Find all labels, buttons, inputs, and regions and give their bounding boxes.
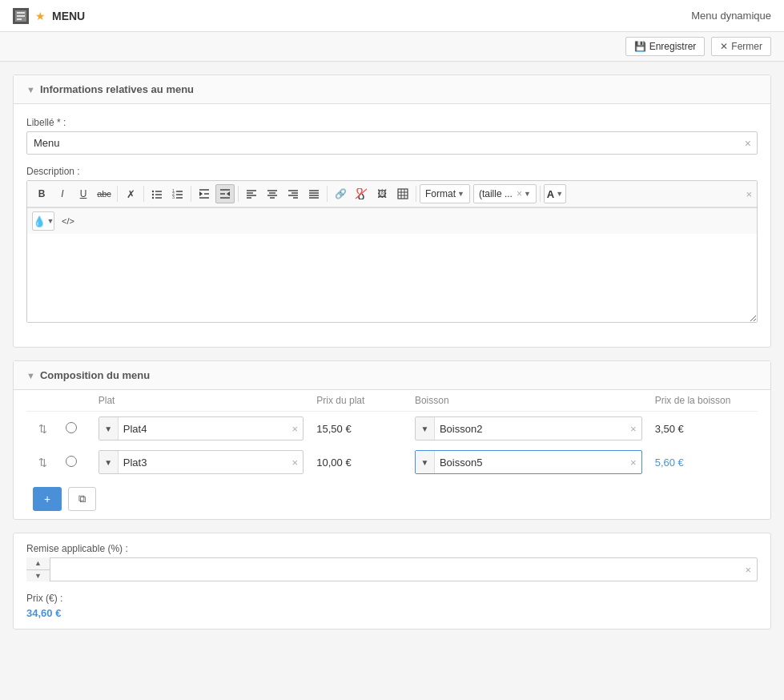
copy-icon: ⧉ bbox=[78, 493, 86, 505]
bg-color-button[interactable]: 💧 ▼ bbox=[32, 211, 54, 231]
remise-clear[interactable]: × bbox=[745, 564, 751, 576]
prix-group: Prix (€) : 34,60 € bbox=[26, 593, 758, 619]
list-ul-button[interactable] bbox=[147, 184, 167, 203]
prix-value: 34,60 € bbox=[26, 607, 61, 619]
save-label: Enregistrer bbox=[649, 41, 697, 52]
description-label: Description : bbox=[26, 166, 758, 177]
sort-handle-2[interactable]: ⇅ bbox=[26, 445, 59, 479]
composition-toggle[interactable]: ▼ bbox=[26, 371, 35, 380]
plat-clear-2[interactable]: × bbox=[287, 457, 303, 469]
libelle-input[interactable] bbox=[26, 131, 758, 155]
sep5 bbox=[327, 186, 328, 202]
svg-marker-17 bbox=[227, 191, 230, 196]
sep1 bbox=[117, 186, 118, 202]
info-section-body: Libellé * : × Description : B I U abc bbox=[14, 104, 770, 347]
composition-section: ▼ Composition du menu Plat Prix du plat … bbox=[13, 360, 771, 520]
boisson-clear-2[interactable]: × bbox=[625, 457, 641, 469]
remise-section: Remise applicable (%) : ▲ ▼ × Prix (€) :… bbox=[13, 533, 771, 630]
col-plat-header: Plat bbox=[92, 390, 311, 412]
add-row-buttons: + ⧉ bbox=[26, 479, 758, 519]
remise-input[interactable] bbox=[26, 557, 758, 581]
list-ol-button[interactable]: 1.2.3. bbox=[168, 184, 187, 203]
editor-second-toolbar: 💧 ▼ </> bbox=[27, 207, 757, 234]
eraser-button[interactable]: ✗ bbox=[121, 184, 140, 203]
prix-boisson-1: 3,50 € bbox=[649, 412, 758, 446]
plat-caret-2[interactable]: ▼ bbox=[99, 451, 119, 473]
italic-button[interactable]: I bbox=[53, 184, 72, 203]
image-button[interactable]: 🖼 bbox=[372, 184, 392, 203]
table-row: ⇅ ▼ Plat3 × 10, bbox=[26, 445, 758, 479]
plat-dropdown-1[interactable]: ▼ Plat4 × bbox=[99, 416, 304, 441]
water-drop-icon: 💧 bbox=[33, 215, 46, 227]
outdent-button[interactable] bbox=[195, 184, 214, 203]
add-icon: + bbox=[44, 493, 50, 505]
close-button[interactable]: ✕ Fermer bbox=[711, 37, 771, 56]
header-subtitle: Menu dynamique bbox=[691, 10, 771, 22]
top-toolbar: 💾 Enregistrer ✕ Fermer bbox=[0, 32, 784, 62]
libelle-clear-icon[interactable]: × bbox=[745, 137, 751, 150]
plat-clear-1[interactable]: × bbox=[287, 423, 303, 435]
editor-toolbar-close[interactable]: × bbox=[746, 188, 752, 200]
close-label: Fermer bbox=[731, 41, 762, 52]
libelle-input-wrapper: × bbox=[26, 131, 758, 155]
row-radio-2[interactable] bbox=[66, 456, 77, 467]
font-color-caret: ▼ bbox=[556, 190, 563, 198]
boisson-dropdown-1[interactable]: ▼ Boisson2 × bbox=[415, 416, 642, 441]
prix-plat-1: 15,50 € bbox=[310, 412, 408, 446]
align-justify-button[interactable] bbox=[304, 184, 324, 203]
sep2 bbox=[143, 186, 144, 202]
align-left-button[interactable] bbox=[242, 184, 261, 203]
link-button[interactable]: 🔗 bbox=[331, 184, 350, 203]
svg-point-1 bbox=[152, 191, 154, 192]
align-center-button[interactable] bbox=[263, 184, 282, 203]
prix-label: Prix (€) : bbox=[26, 593, 758, 604]
format-label: Format bbox=[425, 188, 456, 199]
taille-clear[interactable]: × bbox=[517, 188, 522, 199]
source-button[interactable]: </> bbox=[58, 211, 78, 231]
bold-button[interactable]: B bbox=[32, 184, 51, 203]
taille-label: (taille ... bbox=[479, 188, 513, 199]
plat-dropdown-2[interactable]: ▼ Plat3 × bbox=[99, 450, 304, 474]
unlink-button[interactable] bbox=[352, 184, 371, 203]
indent-button[interactable] bbox=[215, 184, 235, 203]
underline-button[interactable]: U bbox=[74, 184, 93, 203]
plat-select-1: ▼ Plat4 × bbox=[92, 412, 311, 446]
table-button[interactable] bbox=[393, 184, 412, 203]
font-color-button[interactable]: A ▼ bbox=[544, 184, 566, 203]
info-toggle[interactable]: ▼ bbox=[26, 85, 35, 95]
info-section-title: Informations relatives au menu bbox=[40, 83, 194, 95]
header-left: ★ MENU bbox=[13, 8, 85, 24]
boisson-dropdown-2[interactable]: ▼ Boisson5 × bbox=[415, 450, 642, 474]
plat-caret-1[interactable]: ▼ bbox=[99, 417, 119, 440]
sort-handle-1[interactable]: ⇅ bbox=[26, 412, 59, 446]
close-icon: ✕ bbox=[720, 41, 728, 52]
stepper-down[interactable]: ▼ bbox=[26, 570, 50, 582]
main-content: ▼ Informations relatives au menu Libellé… bbox=[0, 62, 784, 655]
sep4 bbox=[238, 186, 239, 202]
radio-1[interactable] bbox=[59, 412, 92, 446]
col-prix-boisson-header: Prix de la boisson bbox=[649, 390, 758, 412]
col-boisson-header: Boisson bbox=[408, 390, 649, 412]
taille-caret: ▼ bbox=[524, 190, 531, 198]
boisson-caret-1[interactable]: ▼ bbox=[416, 417, 435, 440]
radio-2[interactable] bbox=[59, 445, 92, 479]
info-section-header: ▼ Informations relatives au menu bbox=[14, 75, 770, 104]
boisson-clear-1[interactable]: × bbox=[625, 423, 641, 435]
add-row-button[interactable]: + bbox=[33, 487, 62, 511]
copy-row-button[interactable]: ⧉ bbox=[68, 487, 96, 511]
sep3 bbox=[191, 186, 191, 202]
taille-dropdown[interactable]: (taille ... × ▼ bbox=[473, 184, 537, 203]
strikethrough-button[interactable]: abc bbox=[94, 184, 114, 203]
row-radio-1[interactable] bbox=[66, 422, 77, 433]
format-dropdown[interactable]: Format ▼ bbox=[420, 184, 470, 203]
save-button[interactable]: 💾 Enregistrer bbox=[625, 37, 706, 56]
boisson-select-1: ▼ Boisson2 × bbox=[408, 412, 649, 446]
rich-text-editor: B I U abc ✗ 1.2.3. bbox=[26, 180, 758, 323]
remise-label: Remise applicable (%) : bbox=[26, 543, 758, 554]
composition-section-header: ▼ Composition du menu bbox=[14, 361, 770, 390]
stepper-up[interactable]: ▲ bbox=[26, 557, 50, 570]
boisson-caret-2[interactable]: ▼ bbox=[416, 451, 435, 473]
editor-body[interactable] bbox=[27, 234, 757, 322]
plat-select-2: ▼ Plat3 × bbox=[92, 445, 311, 479]
align-right-button[interactable] bbox=[283, 184, 303, 203]
